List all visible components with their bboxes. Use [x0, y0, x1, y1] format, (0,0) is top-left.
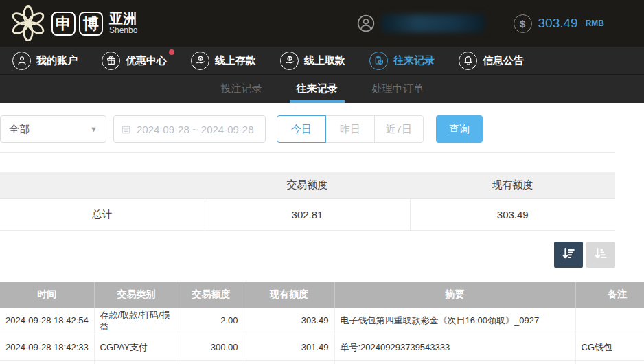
nav-label: 往来记录	[393, 54, 435, 67]
coin-dollar-icon: $	[514, 14, 532, 33]
nav-label: 线上取款	[304, 54, 345, 67]
bell-icon	[459, 52, 477, 70]
user-icon	[12, 52, 31, 70]
summary-header-row: 交易额度 现有额度	[0, 172, 615, 198]
balance-block[interactable]: $ 303.49 RMB	[514, 14, 604, 33]
gift-icon	[102, 52, 120, 70]
cell-summary: 电子钱包第四重取款彩金《次日16:00领取》_0927	[334, 308, 575, 334]
cell-time: 2024-09-28 18:42:54	[0, 308, 94, 334]
user-account-block[interactable]	[357, 14, 485, 32]
chevron-down-icon: ▼	[90, 125, 97, 133]
records-icon	[369, 52, 388, 70]
records-header-row: 时间 交易类别 交易额度 现有额度 摘要 备注	[0, 282, 644, 308]
cell-remark	[575, 360, 644, 364]
tab-betting-records[interactable]: 投注记录	[212, 75, 271, 103]
range-button-last7days[interactable]: 近7日	[374, 115, 424, 143]
cell-balance: 1.49	[244, 360, 334, 364]
balance-amount: 303.49	[538, 16, 578, 31]
col-header-amount: 交易额度	[179, 282, 244, 308]
nav-label: 线上存款	[215, 54, 256, 67]
cell-summary: 系统派发 2024-09-27	[334, 360, 575, 364]
record-subtabs: 投注记录 往来记录 处理中订单	[0, 74, 644, 103]
section-divider	[0, 152, 615, 153]
sort-controls	[0, 242, 615, 268]
quick-range-group: 今日 昨日 近7日	[277, 115, 424, 143]
col-header-summary: 摘要	[334, 282, 575, 308]
cell-time: 2024-09-28 02:03:45	[0, 360, 94, 364]
username-redacted	[382, 14, 485, 32]
table-row: 2024-09-28 18:42:33 CGPAY支付 300.00 301.4…	[0, 334, 644, 360]
cell-category: 存款/取款/打码/损益	[94, 308, 179, 334]
tab-transaction-records[interactable]: 往来记录	[288, 75, 347, 103]
logo-wordmark: 亚洲 Shenbo	[109, 12, 137, 35]
nav-item-transaction-records[interactable]: 往来记录	[369, 52, 435, 70]
type-filter-value: 全部	[9, 123, 30, 136]
cell-balance: 303.49	[244, 308, 334, 334]
col-header-category: 交易类别	[94, 282, 179, 308]
col-header-time: 时间	[0, 282, 94, 308]
filter-row: 全部 ▼ 2024-09-28 ~ 2024-09-28 今日 昨日 近7日 查…	[0, 115, 644, 143]
content-area: 全部 ▼ 2024-09-28 ~ 2024-09-28 今日 昨日 近7日 查…	[0, 103, 644, 364]
table-row: 2024-09-28 18:42:54 存款/取款/打码/损益 2.00 303…	[0, 308, 644, 334]
date-range-input[interactable]: 2024-09-28 ~ 2024-09-28	[113, 115, 266, 143]
summary-transaction-total: 302.81	[205, 198, 410, 230]
logo-char-2: 博	[79, 12, 103, 36]
sort-descending-button[interactable]	[554, 242, 583, 268]
nav-label: 我的账户	[36, 54, 78, 67]
summary-total-label: 总计	[0, 198, 205, 230]
nav-item-promotions[interactable]: 优惠中心	[102, 52, 167, 70]
cell-category: SW老虎机派点	[94, 360, 179, 364]
cell-amount: 300.00	[179, 334, 244, 360]
summary-balance-total: 303.49	[410, 198, 615, 230]
date-range-value: 2024-09-28 ~ 2024-09-28	[137, 124, 254, 135]
cell-category: CGPAY支付	[94, 334, 179, 360]
site-logo[interactable]: 申 博 亚洲 Shenbo	[10, 5, 137, 42]
summary-header-balance: 现有额度	[410, 172, 615, 198]
summary-header-blank	[0, 172, 205, 198]
nav-item-my-account[interactable]: 我的账户	[12, 52, 78, 70]
cell-amount: 2.00	[179, 308, 244, 334]
user-avatar-icon	[357, 14, 375, 32]
nav-item-announcements[interactable]: 信息公告	[459, 52, 524, 70]
notification-dot	[169, 49, 174, 55]
summary-total-row: 总计 302.81 303.49	[0, 198, 615, 230]
table-row: 2024-09-28 02:03:45 SW老虎机派点 0.03 1.49 系统…	[0, 360, 644, 364]
sort-ascending-button[interactable]	[586, 242, 615, 268]
nav-label: 信息公告	[483, 54, 524, 67]
cell-time: 2024-09-28 18:42:33	[0, 334, 94, 360]
sort-descending-icon	[561, 246, 576, 263]
subtab-label: 投注记录	[221, 82, 262, 95]
deposit-icon	[191, 52, 209, 70]
flower-logo-icon	[10, 5, 47, 42]
col-header-remark: 备注	[575, 282, 644, 308]
logo-characters: 申 博	[51, 12, 103, 36]
nav-item-withdraw[interactable]: 线上取款	[280, 52, 345, 70]
calendar-icon	[121, 124, 131, 135]
main-navigation: 我的账户 优惠中心 线上存款 线上取款 往来记录 信息公告	[0, 47, 644, 74]
cell-balance: 301.49	[244, 334, 334, 360]
subtab-label: 往来记录	[297, 82, 338, 95]
top-header: 申 博 亚洲 Shenbo $ 303.49 RMB	[0, 0, 644, 47]
cell-summary: 单号:202409293739543333	[334, 334, 575, 360]
cell-amount: 0.03	[179, 360, 244, 364]
summary-table: 交易额度 现有额度 总计 302.81 303.49	[0, 172, 615, 231]
logo-char-1: 申	[51, 12, 76, 36]
summary-header-transaction: 交易额度	[205, 172, 410, 198]
subtab-label: 处理中订单	[372, 82, 424, 95]
logo-subtitle-text: Shenbo	[109, 26, 137, 35]
sort-ascending-icon	[593, 246, 608, 263]
cell-remark: CG钱包	[575, 334, 644, 360]
records-table: 时间 交易类别 交易额度 现有额度 摘要 备注 2024-09-28 18:42…	[0, 282, 644, 364]
range-button-yesterday[interactable]: 昨日	[325, 115, 375, 143]
cell-remark	[575, 308, 644, 334]
search-button[interactable]: 查询	[436, 115, 483, 143]
col-header-balance: 现有额度	[244, 282, 334, 308]
withdraw-icon	[280, 52, 299, 70]
tab-pending-orders[interactable]: 处理中订单	[363, 75, 433, 103]
type-filter-select[interactable]: 全部 ▼	[0, 115, 106, 143]
nav-label: 优惠中心	[126, 54, 167, 67]
nav-item-deposit[interactable]: 线上存款	[191, 52, 256, 70]
balance-currency: RMB	[586, 19, 604, 28]
logo-region-text: 亚洲	[109, 12, 137, 26]
range-button-today[interactable]: 今日	[277, 115, 326, 143]
